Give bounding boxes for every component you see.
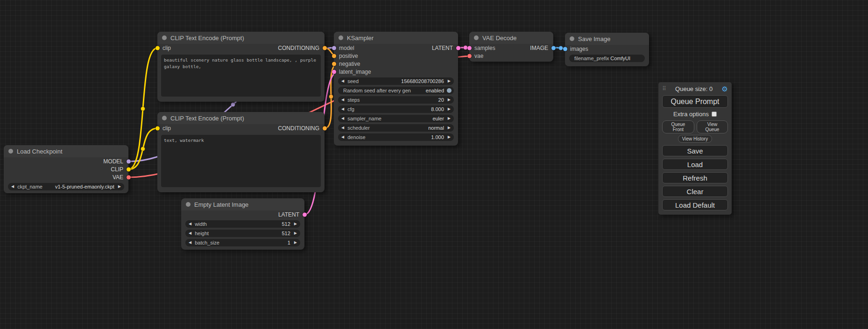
decrement-arrow-icon[interactable]: ◀ [341, 126, 344, 130]
save-button[interactable]: Save [662, 145, 728, 156]
collapse-dot-icon[interactable] [474, 35, 479, 40]
queue-prompt-button[interactable]: Queue Prompt [662, 95, 728, 108]
clear-button[interactable]: Clear [662, 186, 728, 197]
output-dot-latent[interactable] [456, 46, 460, 50]
queue-panel-header[interactable]: ⠿ Queue size: 0 ⚙ [662, 84, 728, 93]
settings-gear-icon[interactable]: ⚙ [722, 85, 728, 92]
increment-arrow-icon[interactable]: ▶ [448, 135, 451, 139]
widget-filename-prefix[interactable]: filename_prefix ComfyUI [569, 55, 645, 62]
load-default-button[interactable]: Load Default [662, 199, 728, 210]
queue-panel[interactable]: ⠿ Queue size: 0 ⚙ Queue Prompt Extra opt… [658, 82, 732, 215]
output-dot-vae[interactable] [127, 175, 131, 179]
node-title-bar[interactable]: KSampler [334, 32, 458, 44]
prompt-textarea[interactable]: text, watermark [161, 135, 321, 187]
input-dot-positive[interactable] [332, 54, 336, 58]
input-dot-vae[interactable] [467, 54, 472, 58]
increment-arrow-icon[interactable]: ▶ [294, 222, 297, 226]
increment-arrow-icon[interactable]: ▶ [118, 185, 121, 189]
node-ksampler[interactable]: KSampler model LATENT positive negative … [334, 32, 458, 146]
decrement-arrow-icon[interactable]: ◀ [341, 79, 344, 83]
node-vae-decode[interactable]: VAE Decode samples IMAGE vae [469, 32, 553, 62]
widget-batch-size[interactable]: ◀ batch_size 1 ▶ [185, 239, 300, 246]
widget-label: denoise [347, 134, 366, 140]
collapse-dot-icon[interactable] [570, 36, 574, 41]
output-dot-conditioning[interactable] [323, 126, 327, 130]
node-title-bar[interactable]: Save Image [565, 33, 649, 45]
decrement-arrow-icon[interactable]: ◀ [341, 117, 344, 120]
increment-arrow-icon[interactable]: ▶ [294, 241, 297, 245]
increment-arrow-icon[interactable]: ▶ [448, 126, 451, 130]
collapse-dot-icon[interactable] [8, 149, 13, 154]
link-midpoint-dot [231, 103, 235, 107]
output-dot-latent[interactable] [303, 212, 307, 217]
load-button[interactable]: Load [662, 159, 728, 170]
node-clip-text-encode-positive[interactable]: CLIP Text Encode (Prompt) clip CONDITION… [157, 32, 325, 102]
collapse-dot-icon[interactable] [186, 202, 191, 207]
decrement-arrow-icon[interactable]: ◀ [189, 241, 191, 245]
decrement-arrow-icon[interactable]: ◀ [341, 98, 344, 102]
node-title-bar[interactable]: CLIP Text Encode (Prompt) [157, 112, 325, 124]
drag-handle-icon[interactable]: ⠿ [662, 85, 666, 92]
decrement-arrow-icon[interactable]: ◀ [189, 231, 191, 235]
widget-sampler-name[interactable]: ◀ sampler_name euler ▶ [338, 115, 454, 122]
toggle-dot-icon[interactable] [447, 88, 452, 93]
collapse-dot-icon[interactable] [162, 35, 167, 40]
view-history-button[interactable]: View History [678, 135, 712, 143]
output-dot-model[interactable] [127, 159, 131, 163]
increment-arrow-icon[interactable]: ▶ [294, 231, 297, 235]
node-title-bar[interactable]: CLIP Text Encode (Prompt) [157, 32, 325, 44]
prompt-textarea[interactable]: beautiful scenery nature glass bottle la… [161, 55, 321, 97]
increment-arrow-icon[interactable]: ▶ [448, 107, 451, 111]
slot-row: positive [334, 52, 458, 60]
input-dot-clip[interactable] [155, 46, 160, 50]
decrement-arrow-icon[interactable]: ◀ [341, 107, 344, 111]
widget-height[interactable]: ◀ height 512 ▶ [185, 230, 300, 237]
slot-row: CLIP [4, 165, 128, 173]
widget-random-seed-toggle[interactable]: Random seed after every gen enabled [338, 87, 454, 94]
collapse-dot-icon[interactable] [162, 116, 167, 120]
widget-seed[interactable]: ◀ seed 156680208700286 ▶ [338, 77, 454, 85]
input-dot-latent-image[interactable] [332, 70, 336, 74]
collapse-dot-icon[interactable] [339, 35, 343, 40]
queue-front-button[interactable]: Queue Front [662, 120, 694, 133]
input-dot-negative[interactable] [332, 62, 336, 66]
extra-options-checkbox[interactable] [712, 112, 717, 117]
node-title: Load Checkpoint [17, 148, 63, 155]
widget-steps[interactable]: ◀ steps 20 ▶ [338, 96, 454, 104]
node-load-checkpoint[interactable]: Load Checkpoint MODEL CLIP VAE ◀ ckpt_na… [4, 145, 128, 193]
node-title-bar[interactable]: Load Checkpoint [4, 145, 128, 157]
output-dot-clip[interactable] [127, 167, 131, 171]
widget-ckpt-name[interactable]: ◀ ckpt_name v1-5-pruned-emaonly.ckpt ▶ [8, 183, 124, 190]
widget-width[interactable]: ◀ width 512 ▶ [185, 220, 300, 228]
widget-value: euler [432, 116, 444, 121]
node-empty-latent-image[interactable]: Empty Latent Image LATENT ◀ width 512 ▶ … [181, 198, 304, 250]
refresh-button[interactable]: Refresh [662, 172, 728, 183]
widget-denoise[interactable]: ◀ denoise 1.000 ▶ [338, 133, 454, 141]
input-dot-model[interactable] [332, 46, 336, 50]
input-dot-clip[interactable] [155, 126, 160, 130]
link-midpoint-dot [329, 95, 333, 99]
input-label-positive: positive [339, 53, 358, 59]
widget-scheduler[interactable]: ◀ scheduler normal ▶ [338, 124, 454, 132]
node-save-image[interactable]: Save Image images filename_prefix ComfyU… [565, 33, 649, 66]
increment-arrow-icon[interactable]: ▶ [448, 117, 451, 120]
slot-row: clip CONDITIONING [157, 44, 325, 52]
output-label-conditioning: CONDITIONING [278, 125, 319, 132]
increment-arrow-icon[interactable]: ▶ [448, 98, 451, 102]
widget-cfg[interactable]: ◀ cfg 8.000 ▶ [338, 105, 454, 113]
view-queue-button[interactable]: View Queue [697, 120, 728, 133]
input-dot-images[interactable] [563, 47, 567, 51]
node-clip-text-encode-negative[interactable]: CLIP Text Encode (Prompt) clip CONDITION… [157, 112, 325, 192]
increment-arrow-icon[interactable]: ▶ [448, 79, 451, 83]
slot-row: vae [469, 52, 553, 60]
node-title-bar[interactable]: VAE Decode [469, 32, 553, 44]
link-midpoint-dot [559, 46, 563, 50]
output-label-model: MODEL [103, 158, 123, 165]
decrement-arrow-icon[interactable]: ◀ [341, 135, 344, 139]
decrement-arrow-icon[interactable]: ◀ [189, 222, 191, 226]
input-dot-samples[interactable] [467, 46, 472, 50]
node-title-bar[interactable]: Empty Latent Image [181, 198, 304, 210]
output-dot-image[interactable] [551, 46, 556, 50]
output-dot-conditioning[interactable] [323, 46, 327, 50]
decrement-arrow-icon[interactable]: ◀ [11, 185, 14, 189]
